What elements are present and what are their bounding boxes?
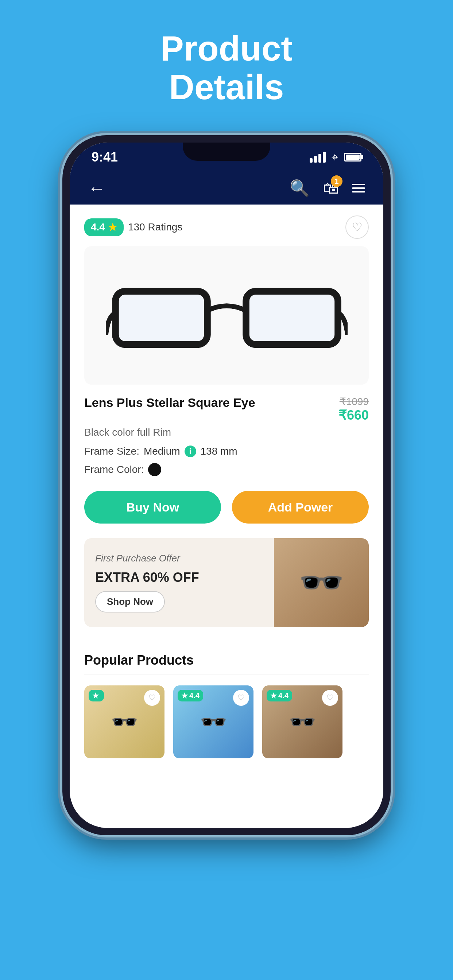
wishlist-button[interactable]: ♡ bbox=[345, 215, 369, 239]
offer-text-section: First Purchase Offer EXTRA 60% OFF Shop … bbox=[84, 538, 274, 627]
offer-subtitle: First Purchase Offer bbox=[95, 553, 263, 564]
phone-frame: 9:41 ⌖ ← 🔍 🛍 1 bbox=[62, 135, 391, 835]
hamburger-line-3 bbox=[352, 191, 365, 192]
status-time: 9:41 bbox=[91, 150, 118, 165]
thumb-wishlist-2[interactable]: ♡ bbox=[233, 690, 249, 706]
frame-color-label: Frame Color: bbox=[84, 464, 144, 476]
product-subtitle: Black color full Rim bbox=[84, 426, 369, 438]
price-column: ₹1099 ₹660 bbox=[338, 396, 369, 423]
back-button[interactable]: ← bbox=[88, 178, 105, 198]
rating-badge: 4.4 ★ bbox=[84, 218, 124, 236]
star-icon-2: ★ bbox=[181, 691, 188, 700]
offer-banner: First Purchase Offer EXTRA 60% OFF Shop … bbox=[84, 538, 369, 627]
glasses-image bbox=[106, 272, 348, 359]
star-icon: ★ bbox=[108, 221, 117, 233]
svg-rect-2 bbox=[118, 294, 204, 341]
product-card: 4.4 ★ 130 Ratings ♡ bbox=[70, 205, 383, 652]
frame-size-label: Frame Size: bbox=[84, 445, 139, 457]
info-icon[interactable]: i bbox=[185, 445, 196, 457]
thumb-badge-3: ★ 4.4 bbox=[266, 690, 292, 702]
status-icons: ⌖ bbox=[309, 151, 362, 164]
offer-model-icon: 🕶️ bbox=[274, 538, 369, 627]
popular-title: Popular Products bbox=[84, 652, 369, 668]
buy-now-button[interactable]: Buy Now bbox=[84, 491, 221, 523]
shop-now-button[interactable]: Shop Now bbox=[95, 591, 165, 612]
product-thumb-2[interactable]: 🕶️ ★ 4.4 ♡ bbox=[173, 686, 254, 758]
menu-button[interactable] bbox=[352, 184, 365, 192]
star-icon-1: ★ bbox=[92, 691, 99, 700]
frame-color-row: Frame Color: bbox=[84, 463, 369, 476]
product-image-container bbox=[84, 246, 369, 385]
rating-count: 130 Ratings bbox=[128, 221, 182, 233]
action-buttons: Buy Now Add Power bbox=[84, 491, 369, 523]
thumb-badge-1: ★ bbox=[89, 690, 104, 702]
sale-price: ₹660 bbox=[338, 407, 369, 423]
nav-bar: ← 🔍 🛍 1 bbox=[70, 172, 383, 205]
rating-value: 4.4 bbox=[91, 221, 105, 233]
product-name-row: Lens Plus Stellar Square Eye ₹1099 ₹660 bbox=[84, 396, 369, 423]
offer-image-section: 🕶️ bbox=[274, 538, 369, 627]
product-name: Lens Plus Stellar Square Eye bbox=[84, 396, 255, 410]
notch bbox=[183, 143, 270, 161]
thumb-wishlist-3[interactable]: ♡ bbox=[322, 690, 338, 706]
thumb-rating-3: 4.4 bbox=[278, 692, 289, 700]
frame-size-mm: 138 mm bbox=[201, 445, 238, 457]
product-thumb-1[interactable]: 🕶️ ★ ♡ bbox=[84, 686, 164, 758]
color-dot[interactable] bbox=[148, 463, 161, 476]
thumb-wishlist-1[interactable]: ♡ bbox=[144, 690, 160, 706]
frame-size-value: Medium bbox=[144, 445, 180, 457]
page-title: Product Details bbox=[161, 29, 293, 106]
section-divider bbox=[84, 674, 369, 675]
cart-button[interactable]: 🛍 1 bbox=[323, 179, 339, 197]
wifi-icon: ⌖ bbox=[332, 151, 338, 164]
products-grid: 🕶️ ★ ♡ 🕶️ ★ 4.4 ♡ bbox=[84, 686, 369, 758]
content-area: 4.4 ★ 130 Ratings ♡ bbox=[70, 205, 383, 828]
battery-icon bbox=[344, 153, 362, 162]
thumb-rating-2: 4.4 bbox=[189, 692, 199, 700]
thumb-badge-2: ★ 4.4 bbox=[178, 690, 203, 702]
hamburger-line-2 bbox=[352, 188, 365, 189]
signal-icon bbox=[309, 152, 326, 162]
cart-badge: 1 bbox=[331, 175, 343, 187]
offer-title: EXTRA 60% OFF bbox=[95, 570, 263, 585]
hamburger-line-1 bbox=[352, 184, 365, 185]
svg-rect-3 bbox=[249, 294, 334, 341]
product-thumb-3[interactable]: 🕶️ ★ 4.4 ♡ bbox=[262, 686, 343, 758]
add-power-button[interactable]: Add Power bbox=[232, 491, 369, 523]
popular-section: Popular Products 🕶️ ★ ♡ 🕶️ bbox=[70, 652, 383, 758]
rating-row: 4.4 ★ 130 Ratings ♡ bbox=[84, 215, 369, 239]
frame-size-row: Frame Size: Medium i 138 mm bbox=[84, 445, 369, 457]
original-price: ₹1099 bbox=[338, 396, 369, 407]
search-icon[interactable]: 🔍 bbox=[290, 179, 309, 197]
star-icon-3: ★ bbox=[270, 691, 277, 700]
